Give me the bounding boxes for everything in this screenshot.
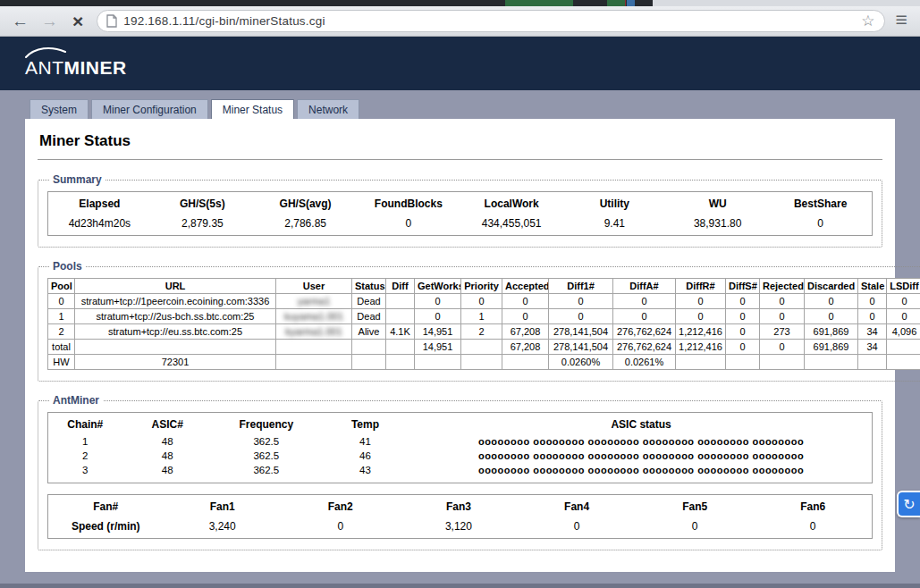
table-cell: stratum+tcp://eu.ss.btc.com:25	[75, 324, 276, 340]
fans-table: Fan#Fan1Fan2Fan3Fan4Fan5Fan6 Speed (r/mi…	[47, 494, 873, 539]
antminer-section: AntMiner Chain#ASIC#FrequencyTempASIC st…	[38, 394, 882, 550]
table-cell: 0	[726, 324, 760, 340]
page-footer: Copyright © 2013-2014, Bitmain Technolog…	[0, 584, 920, 588]
table-cell	[676, 355, 726, 370]
chains-body: 148362.541oooooooo oooooooo oooooooo ooo…	[48, 434, 873, 483]
table-row: total14,95167,208278,141,504276,762,6241…	[48, 340, 920, 355]
table-cell: oooooooo oooooooo oooooooo oooooooo oooo…	[410, 434, 872, 449]
table-cell: stratum+tcp://2us-bch.ss.btc.com:25	[75, 309, 276, 324]
bookmark-star-icon[interactable]: ☆	[861, 12, 874, 30]
table-cell: 0.0261%	[613, 355, 676, 370]
page-icon	[106, 14, 117, 28]
table-row: Speed (r/min)3,24003,120000	[48, 517, 873, 539]
table-cell: 9.41	[563, 214, 666, 236]
back-icon[interactable]: ←	[5, 13, 35, 29]
table-cell: 0	[502, 294, 549, 309]
column-header: Diff	[386, 279, 415, 294]
table-row: 148362.541oooooooo oooooooo oooooooo ooo…	[48, 434, 873, 449]
table-cell: 0	[769, 214, 872, 236]
browser-extension-button[interactable]: ↻	[897, 491, 920, 517]
table-cell	[352, 355, 386, 370]
table-cell: 38,931.80	[666, 214, 769, 236]
table-cell: 4d23h4m20s	[48, 214, 151, 236]
tab-miner-configuration[interactable]: Miner Configuration	[91, 99, 208, 119]
table-cell: 0	[726, 294, 760, 309]
table-cell: 276,762,624	[613, 340, 676, 355]
nav-tabs: System Miner Configuration Miner Status …	[30, 99, 920, 119]
table-cell: 43	[320, 463, 410, 483]
menu-icon[interactable]: ≡	[892, 8, 915, 35]
table-cell: 4,096	[887, 324, 920, 340]
column-header: Rejected	[760, 279, 805, 294]
table-cell: 0	[805, 309, 858, 324]
column-header: Discarded	[805, 279, 858, 294]
table-cell: 0	[549, 294, 613, 309]
table-cell	[726, 355, 760, 370]
table-cell: 46	[320, 449, 410, 463]
table-cell: 0	[676, 294, 726, 309]
column-header: Pool	[48, 279, 75, 294]
table-cell: oooooooo oooooooo oooooooo oooooooo oooo…	[410, 463, 872, 483]
table-row: 2stratum+tcp://eu.ss.btc.com:25kyarma1.0…	[48, 324, 920, 340]
table-cell: 1,212,416	[676, 324, 726, 340]
table-cell	[760, 355, 805, 370]
table-cell: Speed (r/min)	[48, 517, 164, 539]
table-cell: stratum+tcp://1peercoin.ecoining.com:333…	[75, 294, 276, 309]
table-cell: 14,951	[415, 324, 461, 340]
column-header: LocalWork	[460, 192, 563, 214]
table-cell: 0	[858, 309, 887, 324]
table-cell: 67,208	[502, 340, 549, 355]
page-title: Miner Status	[39, 132, 882, 150]
column-header: Fan2	[282, 495, 400, 517]
table-cell: 0	[502, 309, 549, 324]
strip-decoration	[627, 0, 635, 6]
column-header: Stale	[858, 279, 887, 294]
table-cell: 0	[549, 309, 613, 324]
table-cell: 278,141,504	[549, 340, 613, 355]
pools-header-row: PoolURLUserStatusDiffGetWorksPriorityAcc…	[48, 279, 920, 294]
stop-icon[interactable]: ×	[64, 12, 91, 30]
refresh-arrows-icon: ↻	[903, 496, 915, 513]
url-text[interactable]: 192.168.1.11/cgi-bin/minerStatus.cgi	[123, 14, 325, 28]
column-header: Accepted	[502, 279, 549, 294]
antminer-legend: AntMiner	[49, 394, 103, 407]
table-cell: 3,240	[164, 517, 282, 539]
column-header: Elapsed	[48, 192, 151, 214]
summary-section: Summary ElapsedGH/S(5s)GH/S(avg)FoundBlo…	[38, 173, 882, 248]
chains-header-row: Chain#ASIC#FrequencyTempASIC status	[48, 413, 873, 435]
table-row: 0stratum+tcp://1peercoin.ecoining.com:33…	[48, 294, 920, 309]
table-cell: 0	[518, 517, 636, 539]
tab-system[interactable]: System	[30, 99, 89, 119]
tab-network[interactable]: Network	[297, 99, 359, 119]
table-cell: 34	[858, 324, 887, 340]
table-cell	[276, 355, 352, 370]
table-cell	[887, 355, 920, 370]
table-row: 4d23h4m20s2,879.352,786.850434,455,0519.…	[48, 214, 873, 236]
address-bar[interactable]: 192.168.1.11/cgi-bin/minerStatus.cgi ☆	[97, 10, 884, 32]
pools-section: Pools PoolURLUserStatusDiffGetWorksPrior…	[38, 260, 920, 382]
table-cell: 0.0260%	[549, 355, 613, 370]
table-cell: 48	[122, 463, 212, 483]
table-cell	[461, 340, 502, 355]
column-header: DiffR#	[676, 279, 726, 294]
column-header: GH/S(avg)	[254, 192, 357, 214]
column-header: Fan5	[636, 495, 754, 517]
table-cell: 0	[760, 340, 805, 355]
table-cell	[386, 340, 415, 355]
forward-icon[interactable]: →	[35, 13, 64, 29]
column-header: LSDiff	[887, 279, 920, 294]
tab-miner-status[interactable]: Miner Status	[211, 99, 294, 119]
table-cell	[502, 355, 549, 370]
strip-decoration	[607, 0, 625, 6]
browser-toolbar: ← → × 192.168.1.11/cgi-bin/minerStatus.c…	[0, 6, 920, 37]
table-cell: 0	[415, 309, 461, 324]
table-cell: 362.5	[213, 463, 320, 483]
table-cell	[887, 340, 920, 355]
table-cell: Dead	[352, 309, 386, 324]
logo-swoosh-icon	[24, 46, 69, 58]
table-cell: 0	[415, 294, 461, 309]
column-header: Priority	[461, 279, 502, 294]
table-cell	[858, 355, 887, 370]
fans-header-row: Fan#Fan1Fan2Fan3Fan4Fan5Fan6	[48, 495, 873, 517]
table-cell: 0	[48, 294, 75, 309]
